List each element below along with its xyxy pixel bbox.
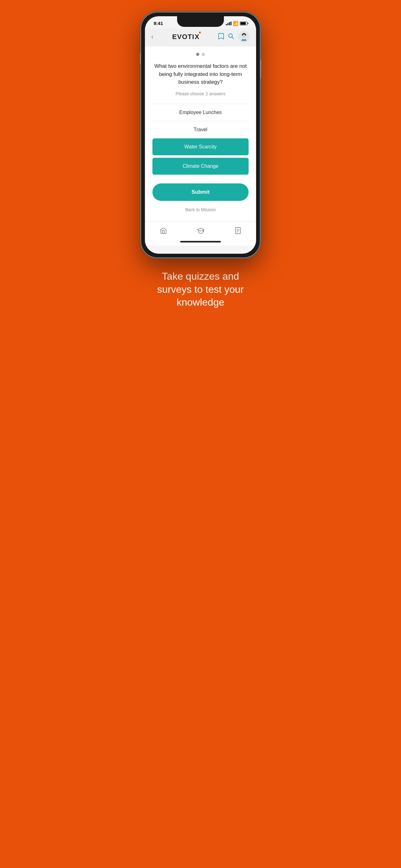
back-to-mission-link[interactable]: Back to Mission bbox=[153, 207, 248, 212]
nav-tasks[interactable] bbox=[228, 226, 248, 236]
svg-point-0 bbox=[229, 34, 232, 37]
bottom-tagline: Take quizzes and surveys to test your kn… bbox=[147, 270, 254, 309]
question-text: What two environmental factors are not b… bbox=[153, 62, 248, 86]
home-indicator bbox=[145, 238, 256, 246]
content-area: What two environmental factors are not b… bbox=[145, 46, 256, 221]
dot-2 bbox=[202, 53, 205, 56]
app-header: ‹ EVOTI X bbox=[145, 28, 256, 46]
phone-frame: 9:41 📶 ‹ EVOT bbox=[141, 12, 260, 257]
nav-home[interactable] bbox=[153, 226, 173, 236]
battery-icon bbox=[240, 22, 247, 25]
notch bbox=[177, 16, 224, 27]
bookmark-icon[interactable] bbox=[218, 33, 224, 41]
bottom-nav bbox=[145, 221, 256, 238]
wifi-icon: 📶 bbox=[233, 21, 238, 26]
search-icon[interactable] bbox=[228, 33, 234, 41]
home-bar bbox=[180, 241, 221, 243]
answer-options: Employee Lunches Travel Water Scarcity C… bbox=[153, 104, 248, 175]
logo: EVOTI X bbox=[172, 33, 199, 41]
svg-line-1 bbox=[232, 37, 234, 39]
answer-option-travel[interactable]: Travel bbox=[153, 121, 248, 138]
dot-1 bbox=[196, 53, 199, 56]
back-button[interactable]: ‹ bbox=[151, 33, 153, 41]
submit-button[interactable]: Submit bbox=[153, 183, 248, 201]
nav-learn[interactable] bbox=[191, 226, 211, 236]
svg-point-4 bbox=[242, 34, 245, 37]
pagination-dots bbox=[153, 53, 248, 56]
answer-option-water-scarcity[interactable]: Water Scarcity bbox=[153, 138, 248, 155]
status-icons: 📶 bbox=[226, 21, 247, 26]
instruction-text: Please choose 2 answers bbox=[153, 91, 248, 96]
phone-screen: 9:41 📶 ‹ EVOT bbox=[145, 16, 256, 254]
status-time: 9:41 bbox=[154, 21, 163, 26]
answer-option-climate-change[interactable]: Climate Change bbox=[153, 158, 248, 175]
avatar[interactable] bbox=[238, 31, 250, 43]
answer-option-employee-lunches[interactable]: Employee Lunches bbox=[153, 104, 248, 121]
header-icons bbox=[218, 31, 250, 43]
signal-icon bbox=[226, 22, 231, 25]
logo-x-icon: X bbox=[195, 33, 199, 41]
logo-text: EVOTI bbox=[172, 33, 194, 41]
